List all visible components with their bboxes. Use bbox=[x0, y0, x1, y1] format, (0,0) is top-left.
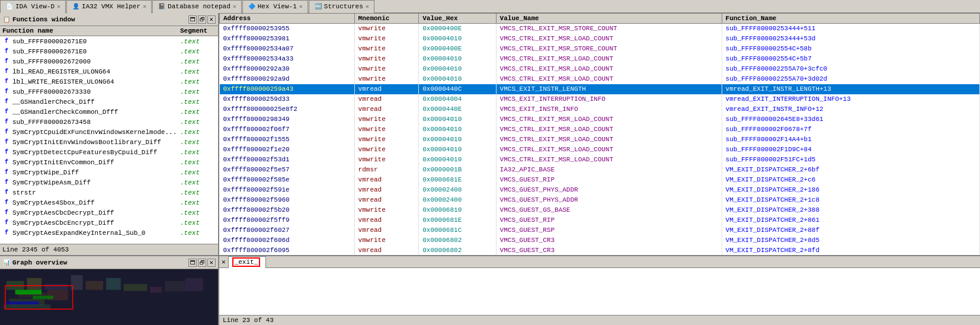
func-icon: f bbox=[2, 168, 11, 177]
func-row[interactable]: f sub_FFFF800002671E0 .text bbox=[0, 36, 218, 46]
graph-restore-btn[interactable]: 🗗 bbox=[198, 259, 206, 267]
tab-label-db: Database notepad bbox=[168, 3, 230, 10]
table-row[interactable]: 0xffff80000292a30 vmwrite 0x00004010 VMC… bbox=[220, 64, 980, 74]
cell-func-ref: vmread_EXIT_INTERRUPTION_INFO+13 bbox=[722, 94, 979, 104]
graph-close-btn[interactable]: ✕ bbox=[207, 259, 216, 267]
cell-addr: 0xffff800002f53d1 bbox=[220, 155, 355, 165]
cell-addr: 0xffff800002f1e20 bbox=[220, 145, 355, 155]
cell-func-ref: sub_FFFF800002645E8+33d61 bbox=[722, 114, 979, 125]
cell-mnem: vmwrite bbox=[354, 125, 419, 135]
func-row[interactable]: f SymCryptAesCbcEncrypt_Diff .text bbox=[0, 218, 218, 228]
tab-close-db[interactable]: ✕ bbox=[233, 3, 236, 10]
func-row[interactable]: f sub_FFFF800002673458 .text bbox=[0, 117, 218, 127]
cell-mnem: vmread bbox=[354, 175, 419, 185]
cell-mnem: vmwrite bbox=[354, 74, 419, 84]
graph-svg bbox=[0, 269, 218, 325]
func-row[interactable]: f sub_FFFF800002672000 .text bbox=[0, 56, 218, 66]
table-row[interactable]: 0xffff800000025e8f2 vmread 0x0000440E VM… bbox=[220, 104, 980, 114]
cell-val-hex: 0x00004010 bbox=[419, 135, 496, 145]
table-row[interactable]: 0xffff800002f6095 vmread 0x00006802 VMCS… bbox=[220, 246, 980, 256]
cell-func-ref: VM_EXIT_DISPATCHER_2+388 bbox=[722, 205, 979, 215]
cell-mnem: vmwrite bbox=[354, 135, 419, 145]
func-row[interactable]: f lbl_READ_REGISTER_ULONG64 .text bbox=[0, 66, 218, 77]
func-name: sub_FFFF800002673330 bbox=[12, 88, 180, 95]
func-row[interactable]: f SymCryptAesCbcDecrypt_Diff .text bbox=[0, 208, 218, 218]
table-row[interactable]: 0xffff800002f591e vmread 0x00002400 VMCS… bbox=[220, 185, 980, 195]
table-row[interactable]: 0xffff80000298349 vmwrite 0x00004010 VMC… bbox=[220, 114, 980, 125]
table-row[interactable]: 0xffff800002f06f7 vmwrite 0x00004010 VMC… bbox=[220, 125, 980, 135]
cell-mnem: vmwrite bbox=[354, 64, 419, 74]
func-col-segment: Segment bbox=[180, 27, 216, 34]
table-row[interactable]: 0xffff80000292a9d vmwrite 0x00004010 VMC… bbox=[220, 74, 980, 84]
table-row[interactable]: 0xffff800002f1e20 vmwrite 0x00004010 VMC… bbox=[220, 145, 980, 155]
func-row[interactable]: f sub_FFFF800002671E0 .text bbox=[0, 46, 218, 56]
functions-restore-btn[interactable]: 🗗 bbox=[198, 15, 206, 24]
table-row[interactable]: 0xffff800002f585e vmread 0x0000681E VMCS… bbox=[220, 175, 980, 185]
table-row[interactable]: 0xffff800002f5ff9 vmread 0x0000681E VMCS… bbox=[220, 215, 980, 225]
func-row[interactable]: f lbl_WRITE_REGISTER_ULONG64 .text bbox=[0, 77, 218, 87]
table-row[interactable]: 0xffff800002f5960 vmread 0x00002400 VMCS… bbox=[220, 195, 980, 205]
tab-close-ida-view-d[interactable]: ✕ bbox=[57, 3, 60, 10]
func-row[interactable]: f SymCryptInitEnvWindowsBootlibrary_Diff… bbox=[0, 137, 218, 147]
cell-val-name: VMCS_GUEST_PHYS_ADDR bbox=[496, 185, 722, 195]
table-row[interactable]: 0xffff800002534a07 vmwrite 0x0000400E VM… bbox=[220, 44, 980, 54]
cell-addr: 0xffff800002f606d bbox=[220, 235, 355, 246]
func-row[interactable]: f SymCryptWipe_Diff .text bbox=[0, 167, 218, 177]
bottom-tab-close-icon[interactable]: ✕ bbox=[219, 257, 228, 267]
graph-icon: 📊 bbox=[2, 259, 11, 267]
graph-minimize-btn[interactable]: 🗖 bbox=[188, 259, 197, 267]
func-row[interactable]: f SymCryptAes4Sbox_Diff .text bbox=[0, 197, 218, 208]
tab-close-structures[interactable]: ✕ bbox=[366, 3, 369, 10]
func-row[interactable]: f __GSHandlerCheck_Diff .text bbox=[0, 97, 218, 107]
svg-rect-11 bbox=[124, 284, 148, 291]
bottom-content bbox=[219, 268, 980, 315]
func-row[interactable]: f sub_FFFF800002673330 .text bbox=[0, 87, 218, 97]
tab-structures[interactable]: 🔤 Structures ✕ bbox=[309, 0, 374, 13]
func-name: SymCryptWipe_Diff bbox=[12, 169, 180, 176]
func-row[interactable]: f SymCryptCpuidExFuncEnvWindowsKernelmod… bbox=[0, 127, 218, 137]
table-row[interactable]: 0xffff800002f606d vmwrite 0x00006802 VMC… bbox=[220, 235, 980, 246]
func-row[interactable]: f SymCryptInitEnvCommon_Diff .text bbox=[0, 157, 218, 167]
table-row[interactable]: 0xffff800002f1555 vmwrite 0x00004010 VMC… bbox=[220, 135, 980, 145]
tab-ida-view-d[interactable]: 📄 IDA View-D ✕ bbox=[0, 0, 66, 13]
table-row[interactable]: 0xffff800002f53d1 vmwrite 0x00004010 VMC… bbox=[220, 155, 980, 165]
table-row[interactable]: 0xffff800002534a33 vmwrite 0x00004010 VM… bbox=[220, 54, 980, 64]
ida-panel: Address Mnemonic Value_Hex Value_Name Fu… bbox=[219, 13, 980, 255]
ia32-icon: 👤 bbox=[72, 2, 80, 11]
table-row[interactable]: 0xffff800000259a43 vmread 0x0000440C VMC… bbox=[220, 84, 980, 94]
cell-mnem: vmread bbox=[354, 225, 419, 235]
func-row[interactable]: f SymCryptAesExpandKeyInternal_Sub_0 .te… bbox=[0, 228, 218, 238]
table-row[interactable]: 0xffff80000253955 vmwrite 0x0000400E VMC… bbox=[220, 24, 980, 34]
table-row[interactable]: 0xffff80000259d33 vmread 0x00004004 VMCS… bbox=[220, 94, 980, 104]
cell-mnem: vmwrite bbox=[354, 24, 419, 34]
functions-minimize-btn[interactable]: 🗖 bbox=[188, 15, 197, 24]
table-row[interactable]: 0xffff800002f6027 vmread 0x0000681C VMCS… bbox=[220, 225, 980, 235]
cell-addr: 0xffff800002f06f7 bbox=[220, 125, 355, 135]
cell-func-ref: sub_FFFF80000253444+53d bbox=[722, 34, 979, 44]
func-icon: f bbox=[2, 148, 11, 157]
functions-status: Line 2345 of 4053 bbox=[0, 244, 218, 255]
tab-close-hex[interactable]: ✕ bbox=[299, 3, 303, 10]
func-segment: .text bbox=[180, 38, 216, 45]
functions-close-btn[interactable]: ✕ bbox=[207, 15, 216, 24]
table-row[interactable]: 0xffff800002f5e57 rdmsr 0x0000001B IA32_… bbox=[220, 165, 980, 175]
cell-val-name: VMCS_GUEST_CR3 bbox=[496, 246, 722, 256]
func-row[interactable]: f SymCryptDetectCpuFeaturesByCpuid_Diff … bbox=[0, 147, 218, 157]
table-row[interactable]: 0xffff80000253981 vmwrite 0x00004010 VMC… bbox=[220, 34, 980, 44]
ida-table-container[interactable]: Address Mnemonic Value_Hex Value_Name Fu… bbox=[219, 13, 980, 255]
bottom-tab-exit[interactable]: _exit_ bbox=[228, 256, 267, 268]
cell-val-hex: 0x00006802 bbox=[419, 235, 496, 246]
tab-hex-view[interactable]: 🔷 Hex View-1 ✕ bbox=[242, 0, 308, 13]
tab-ia32-vmx[interactable]: 👤 IA32 VMX Helper ✕ bbox=[66, 0, 152, 13]
cell-mnem: vmread bbox=[354, 84, 419, 94]
tab-close-ia32[interactable]: ✕ bbox=[143, 3, 146, 10]
cell-val-hex: 0x0000400E bbox=[419, 24, 496, 34]
col-value-hex: Value_Hex bbox=[419, 14, 496, 24]
tab-db-notepad[interactable]: 📓 Database notepad ✕ bbox=[152, 0, 242, 13]
table-row[interactable]: 0xffff800002f5b20 vmwrite 0x00006810 VMC… bbox=[220, 205, 980, 215]
func-row[interactable]: f __GSHandlerCheckCommon_Dfff .text bbox=[0, 107, 218, 117]
func-row[interactable]: f strstr .text bbox=[0, 187, 218, 197]
func-row[interactable]: f SymCryptWipeAsm_Diff .text bbox=[0, 177, 218, 187]
cell-func-ref: VM_EXIT_DISPATCHER_2+8d5 bbox=[722, 235, 979, 246]
cell-mnem: vmread bbox=[354, 215, 419, 225]
